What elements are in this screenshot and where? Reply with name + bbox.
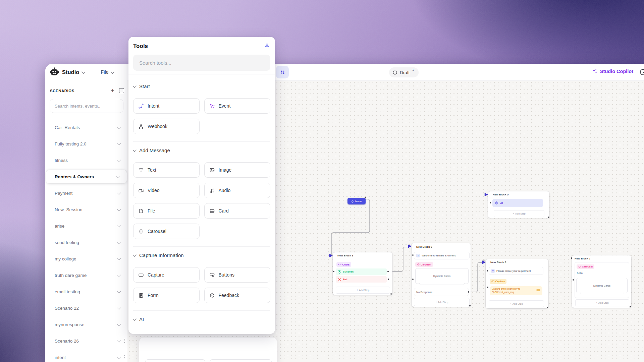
connector-handle[interactable] xyxy=(468,291,469,293)
fail-branch[interactable]: Fail xyxy=(336,276,387,283)
studio-copilot-button[interactable]: Studio Copilot xyxy=(592,68,633,74)
add-scenario-button[interactable]: + xyxy=(111,87,114,94)
history-clock-button[interactable] xyxy=(639,68,644,76)
tool-card[interactable]: Card xyxy=(204,203,271,219)
tools-search-input[interactable] xyxy=(139,60,265,66)
studio-menu[interactable]: Studio xyxy=(49,67,85,77)
pin-icon[interactable] xyxy=(264,43,270,50)
chevron-down-icon[interactable] xyxy=(116,175,120,178)
chevron-down-icon[interactable] xyxy=(117,142,121,145)
connector-handle[interactable] xyxy=(390,293,392,295)
add-step-button[interactable]: + Add Step xyxy=(336,287,390,294)
chevron-down-icon[interactable] xyxy=(117,322,121,326)
chevron-down-icon[interactable] xyxy=(117,290,121,293)
kebab-menu-icon[interactable] xyxy=(123,355,126,360)
connector-handle[interactable] xyxy=(487,270,488,272)
tool-audio[interactable]: Audio xyxy=(204,183,271,198)
connector-handle[interactable] xyxy=(490,202,491,203)
block-new-block-5[interactable]: New Block 5 AI + Add Step xyxy=(488,191,549,218)
tool-image[interactable]: Image xyxy=(204,162,271,178)
tools-toggle-button[interactable] xyxy=(276,66,289,78)
sidebar-item-email-testing[interactable]: email testing xyxy=(45,285,127,298)
block-new-block-3[interactable]: New Block 3 < > CODE Success Fail + xyxy=(333,252,392,295)
connector-handle[interactable] xyxy=(573,279,574,281)
add-step-button[interactable]: + Add Step xyxy=(414,298,470,306)
tool-buttons[interactable]: Buttons xyxy=(204,267,271,283)
dynamic-cards-preview[interactable]: Dynamic Cards xyxy=(415,268,469,284)
sidebar-item-renters-owners[interactable]: Renters & Owners xyxy=(46,170,127,183)
connector-handle[interactable] xyxy=(630,306,631,307)
sidebar-item-scenario-26[interactable]: Scenario 26 xyxy=(45,334,127,348)
add-step-button[interactable]: + Add Step xyxy=(494,210,544,217)
no-response-branch[interactable]: No Response xyxy=(414,288,469,296)
text-message-step[interactable]: T Please share your requirment xyxy=(489,267,543,275)
sidebar-item-fully-testing[interactable]: Fully testing 2.0 xyxy=(45,137,127,150)
capture-note[interactable]: Capture entire user reply to FLOW.rent_u… xyxy=(490,286,542,295)
chevron-down-icon[interactable] xyxy=(117,125,121,129)
section-add-message-header[interactable]: Add Message xyxy=(133,147,270,153)
tool-carousel[interactable]: Carousel xyxy=(133,224,200,239)
connector-handle[interactable] xyxy=(412,279,414,280)
success-branch[interactable]: Success xyxy=(336,268,387,275)
chevron-down-icon[interactable] xyxy=(117,191,121,195)
chevron-down-icon[interactable] xyxy=(117,224,121,228)
scenario-search[interactable] xyxy=(50,99,123,113)
connector-handle[interactable] xyxy=(487,287,488,288)
section-capture-information-header[interactable]: Capture Information xyxy=(133,252,270,258)
tool-feedback[interactable]: Feedback xyxy=(204,288,271,303)
text-message-step[interactable]: T Welcome to renters & owners xyxy=(414,252,470,259)
connector-handle[interactable] xyxy=(387,271,389,272)
capture-step-pill[interactable]: Capture xyxy=(490,279,506,284)
sidebar-item-payment[interactable]: Payment xyxy=(45,186,127,200)
connector-handle[interactable] xyxy=(548,217,549,218)
sidebar-item-scenario-22[interactable]: Scenario 22 xyxy=(45,301,127,315)
chevron-down-icon[interactable] xyxy=(117,207,121,211)
connector-handle[interactable] xyxy=(365,197,366,198)
chevron-down-icon[interactable] xyxy=(117,273,121,277)
tool-video[interactable]: Video xyxy=(133,183,200,198)
chevron-down-icon[interactable] xyxy=(117,306,121,310)
tool-event[interactable]: Event xyxy=(204,98,271,114)
block-new-block-6-welcome[interactable]: New Block 6 T Welcome to renters & owner… xyxy=(412,243,471,307)
kebab-menu-icon[interactable] xyxy=(123,339,126,343)
tool-intent[interactable]: Intent xyxy=(133,98,200,114)
code-step-pill[interactable]: < > CODE xyxy=(336,262,351,267)
sidebar-item-arise[interactable]: arise xyxy=(45,219,127,233)
connector-handle[interactable] xyxy=(333,271,334,272)
sidebar-item-car-rentals[interactable]: Car_Rentals xyxy=(45,121,127,134)
block-new-block-6-requirement[interactable]: New Block 6 T Please share your requirme… xyxy=(486,259,548,308)
file-menu[interactable]: File xyxy=(101,69,113,75)
ai-step[interactable]: AI xyxy=(492,199,543,207)
connector-handle[interactable] xyxy=(571,257,572,259)
tool-button-cutoff[interactable] xyxy=(210,359,272,362)
connector-handle[interactable] xyxy=(547,307,548,308)
block-new-block-7[interactable]: New Block 7 Carousel hello Dynamic Cards xyxy=(572,255,631,308)
sidebar-item-new-session[interactable]: New_Session xyxy=(45,203,127,216)
sidebar-item-my-college[interactable]: my college xyxy=(45,252,127,265)
sidebar-item-intent[interactable]: intent xyxy=(45,351,127,362)
connector-handle[interactable] xyxy=(412,254,414,256)
intent-node-house[interactable]: house xyxy=(347,198,366,204)
chevron-down-icon[interactable] xyxy=(117,158,121,162)
tool-button-cutoff[interactable] xyxy=(145,359,205,362)
collapse-panel-icon[interactable] xyxy=(119,88,124,93)
section-start-header[interactable]: Start xyxy=(133,83,270,89)
tools-search[interactable] xyxy=(133,55,270,71)
tool-form[interactable]: Form xyxy=(133,288,200,303)
add-step-button[interactable]: + Add Step xyxy=(489,300,544,307)
tool-webhook[interactable]: Webhook xyxy=(133,119,200,134)
tool-file[interactable]: File xyxy=(133,203,200,219)
dynamic-cards-preview[interactable]: Dynamic Cards xyxy=(576,278,628,293)
carousel-step-group[interactable]: Carousel hello Dynamic Cards xyxy=(575,262,629,298)
sidebar-item-truth-dare-game[interactable]: truth dare game xyxy=(45,268,127,282)
sidebar-item-mynoresponse[interactable]: mynoresponse xyxy=(45,318,127,331)
chevron-down-icon[interactable] xyxy=(117,240,121,244)
tool-text[interactable]: Text xyxy=(133,162,200,178)
connector-handle[interactable] xyxy=(388,279,389,280)
scenario-search-input[interactable] xyxy=(54,103,119,109)
draft-status-badge[interactable]: Draft * xyxy=(389,67,419,77)
carousel-step-pill[interactable]: Carousel xyxy=(415,262,433,267)
tool-capture[interactable]: Capture xyxy=(133,267,200,283)
chevron-down-icon[interactable] xyxy=(117,339,121,343)
sidebar-item-send-feeling[interactable]: send feeling xyxy=(45,236,127,249)
